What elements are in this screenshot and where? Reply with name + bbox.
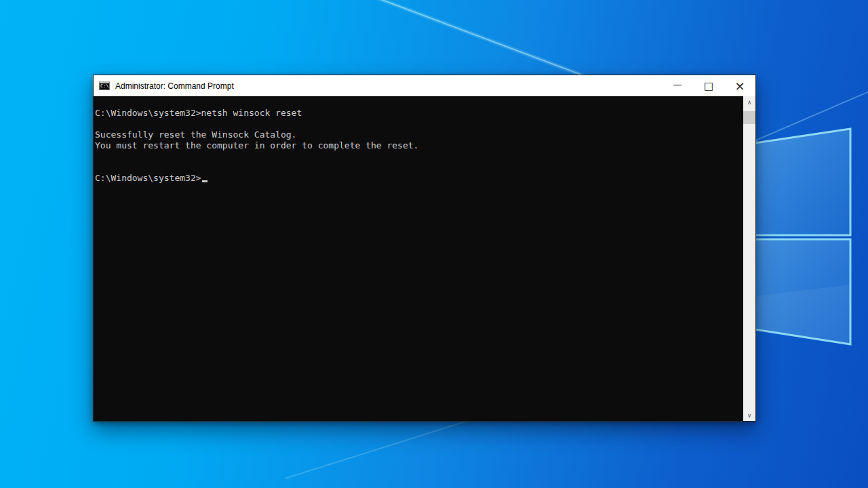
close-button[interactable]: × bbox=[724, 75, 755, 96]
cmd-icon[interactable]: C:\_ bbox=[99, 81, 110, 90]
terminal-line bbox=[95, 162, 743, 173]
minimize-button[interactable]: — bbox=[662, 75, 693, 96]
scrollbar-thumb[interactable] bbox=[743, 111, 755, 124]
window-title: Administrator: Command Prompt bbox=[115, 81, 234, 91]
window-titlebar[interactable]: C:\_ Administrator: Command Prompt — □ × bbox=[94, 75, 755, 97]
maximize-button[interactable]: □ bbox=[693, 75, 724, 96]
window-controls: — □ × bbox=[662, 75, 755, 96]
terminal-line: C:\Windows\system32>netsh winsock reset bbox=[95, 108, 743, 119]
desktop[interactable]: C:\_ Administrator: Command Prompt — □ ×… bbox=[0, 0, 868, 488]
terminal-scrollbar[interactable]: ∧ ∨ bbox=[743, 96, 755, 421]
scroll-up-icon[interactable]: ∧ bbox=[743, 96, 755, 108]
logo-pane-bottom bbox=[746, 239, 850, 344]
windows-logo-panes bbox=[746, 129, 850, 344]
terminal-line: You must restart the computer in order t… bbox=[95, 140, 743, 151]
terminal-line: Sucessfully reset the Winsock Catalog. bbox=[95, 129, 743, 140]
terminal-cursor bbox=[202, 180, 208, 182]
terminal-line bbox=[95, 151, 743, 162]
terminal-prompt-line: C:\Windows\system32> bbox=[95, 173, 743, 184]
terminal-line bbox=[95, 119, 743, 129]
command-prompt-window: C:\_ Administrator: Command Prompt — □ ×… bbox=[93, 75, 756, 422]
logo-pane-top bbox=[746, 129, 850, 235]
scroll-down-icon[interactable]: ∨ bbox=[743, 409, 755, 421]
terminal-output[interactable]: C:\Windows\system32>netsh winsock reset … bbox=[94, 96, 743, 421]
terminal-prompt: C:\Windows\system32> bbox=[95, 173, 201, 183]
terminal-area[interactable]: C:\Windows\system32>netsh winsock reset … bbox=[94, 96, 755, 421]
